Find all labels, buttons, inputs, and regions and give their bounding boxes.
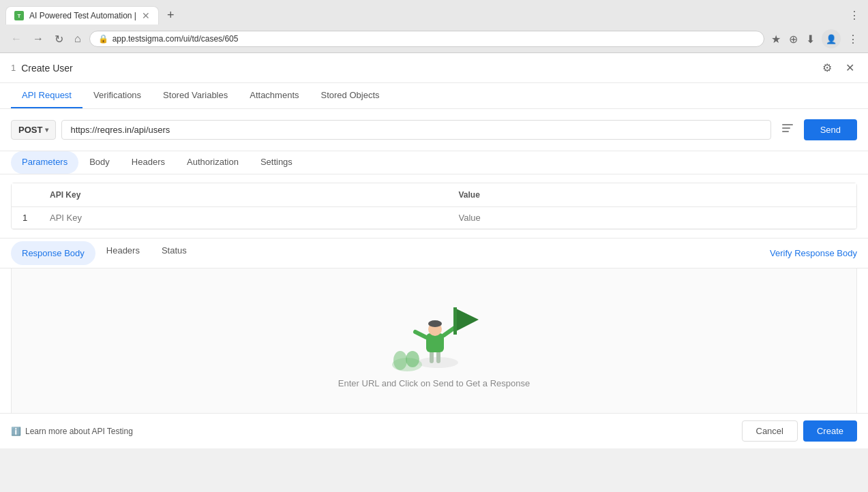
svg-rect-4 bbox=[430, 351, 434, 363]
response-tab-status[interactable]: Status bbox=[151, 239, 198, 268]
step-number: 1 bbox=[11, 63, 16, 73]
subtab-authorization[interactable]: Authorization bbox=[176, 151, 250, 174]
tab-favicon: T bbox=[14, 11, 24, 20]
url-input[interactable] bbox=[61, 120, 770, 140]
table-row: 1 bbox=[12, 207, 856, 229]
verify-response-link[interactable]: Verify Response Body bbox=[770, 248, 857, 258]
app-header: 1 Create User ⚙ ✕ bbox=[0, 53, 868, 83]
tab-attachments[interactable]: Attachments bbox=[239, 83, 310, 108]
col-row-header bbox=[12, 183, 39, 207]
profile-button[interactable]: 👤 bbox=[822, 29, 841, 48]
response-empty-text: Enter URL and Click on Send to Get a Res… bbox=[338, 378, 530, 388]
send-button[interactable]: Send bbox=[804, 119, 857, 140]
api-key-cell[interactable] bbox=[39, 207, 448, 229]
url-row: POST ▾ Send bbox=[0, 109, 868, 151]
close-button[interactable]: ✕ bbox=[843, 59, 857, 77]
address-input[interactable] bbox=[113, 34, 755, 44]
svg-point-14 bbox=[393, 351, 407, 370]
response-tab-body[interactable]: Response Body bbox=[11, 241, 95, 265]
footer-actions: Cancel Create bbox=[742, 420, 858, 442]
tab-verifications[interactable]: Verifications bbox=[83, 83, 152, 108]
url-bar[interactable]: 🔒 bbox=[89, 31, 764, 47]
main-tabs: API Request Verifications Stored Variabl… bbox=[0, 83, 868, 109]
svg-rect-6 bbox=[426, 333, 444, 352]
header-left: 1 Create User bbox=[11, 63, 73, 74]
subtab-parameters[interactable]: Parameters bbox=[11, 151, 78, 174]
value-input[interactable] bbox=[459, 213, 846, 223]
browser-chrome: T AI Powered Test Automation | ✕ + ⋮ ← →… bbox=[0, 0, 868, 53]
svg-line-7 bbox=[415, 332, 426, 337]
refresh-button[interactable]: ↻ bbox=[52, 31, 66, 47]
lock-icon: 🔒 bbox=[98, 34, 108, 44]
cancel-button[interactable]: Cancel bbox=[742, 420, 798, 442]
tab-right-controls: ⋮ bbox=[846, 7, 863, 23]
response-tab-headers[interactable]: Headers bbox=[95, 239, 151, 268]
home-button[interactable]: ⌂ bbox=[72, 31, 84, 46]
info-icon: ℹ️ bbox=[11, 427, 21, 436]
svg-marker-11 bbox=[455, 308, 479, 332]
tab-stored-variables[interactable]: Stored Variables bbox=[152, 83, 239, 108]
svg-rect-0 bbox=[782, 124, 793, 125]
method-selector[interactable]: POST ▾ bbox=[11, 120, 56, 140]
page-title: Create User bbox=[21, 63, 72, 74]
svg-rect-12 bbox=[453, 307, 457, 335]
response-body-panel: Enter URL and Click on Send to Get a Res… bbox=[11, 268, 857, 418]
api-key-input[interactable] bbox=[50, 213, 437, 223]
response-area: Response Body Headers Status Verify Resp… bbox=[0, 238, 868, 418]
active-tab[interactable]: T AI Powered Test Automation | ✕ bbox=[5, 6, 159, 25]
empty-state-illustration bbox=[387, 298, 482, 373]
address-bar: ← → ↻ ⌂ 🔒 ★ ⊕ ⬇ 👤 ⋮ bbox=[0, 25, 868, 52]
svg-rect-1 bbox=[782, 127, 790, 129]
app-window: 1 Create User ⚙ ✕ API Request Verificati… bbox=[0, 53, 868, 448]
svg-point-15 bbox=[406, 351, 419, 367]
tab-api-request[interactable]: API Request bbox=[11, 83, 83, 108]
expand-button[interactable]: ⋮ bbox=[846, 7, 863, 23]
tab-close-button[interactable]: ✕ bbox=[142, 11, 150, 20]
svg-point-10 bbox=[428, 320, 442, 327]
create-button[interactable]: Create bbox=[803, 420, 857, 442]
learn-more-text: Learn more about API Testing bbox=[25, 427, 133, 436]
learn-more-link[interactable]: ℹ️ Learn more about API Testing bbox=[11, 427, 133, 436]
settings-button[interactable]: ⚙ bbox=[820, 59, 835, 77]
history-icon[interactable] bbox=[777, 117, 798, 142]
tab-bar: T AI Powered Test Automation | ✕ + ⋮ bbox=[0, 0, 868, 25]
subtab-settings[interactable]: Settings bbox=[250, 151, 303, 174]
col-api-key-header: API Key bbox=[39, 183, 448, 207]
subtab-headers[interactable]: Headers bbox=[121, 151, 176, 174]
chevron-down-icon: ▾ bbox=[45, 126, 48, 134]
header-actions: ⚙ ✕ bbox=[820, 59, 857, 77]
method-label: POST bbox=[18, 125, 42, 135]
forward-button[interactable]: → bbox=[30, 31, 46, 46]
extension-button[interactable]: ⊕ bbox=[788, 31, 799, 47]
chrome-menu-button[interactable]: ⋮ bbox=[846, 31, 860, 47]
bookmark-button[interactable]: ★ bbox=[770, 31, 782, 47]
value-cell[interactable] bbox=[448, 207, 857, 229]
back-button[interactable]: ← bbox=[8, 31, 25, 46]
download-button[interactable]: ⬇ bbox=[805, 31, 816, 47]
response-tabs: Response Body Headers Status Verify Resp… bbox=[0, 238, 868, 268]
subtab-body[interactable]: Body bbox=[78, 151, 121, 174]
response-tabs-left: Response Body Headers Status bbox=[11, 239, 198, 268]
row-number: 1 bbox=[12, 207, 39, 229]
app-footer: ℹ️ Learn more about API Testing Cancel C… bbox=[0, 413, 868, 448]
tab-title: AI Powered Test Automation | bbox=[29, 11, 136, 20]
tab-stored-objects[interactable]: Stored Objects bbox=[310, 83, 391, 108]
params-table-container: API Key Value 1 bbox=[11, 183, 857, 230]
svg-rect-5 bbox=[436, 351, 440, 363]
params-table: API Key Value 1 bbox=[12, 183, 856, 229]
svg-rect-2 bbox=[782, 131, 789, 132]
col-value-header: Value bbox=[448, 183, 857, 207]
new-tab-button[interactable]: + bbox=[162, 5, 180, 25]
sub-tabs: Parameters Body Headers Authorization Se… bbox=[0, 151, 868, 174]
